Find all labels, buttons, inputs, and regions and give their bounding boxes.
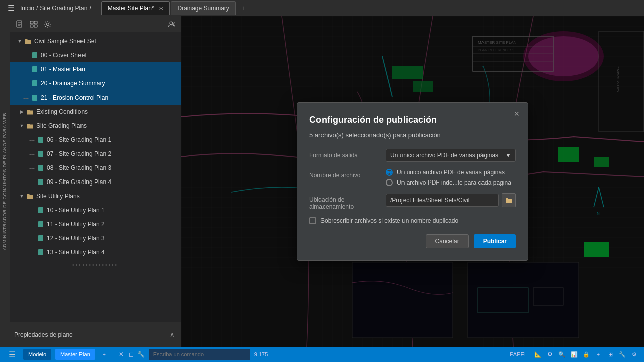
svg-rect-18 [38,207,43,213]
statusbar-menu-button[interactable]: ☰ [5,347,19,361]
modal-close-button[interactable]: ✕ [512,109,522,119]
breadcrumb-home[interactable]: Inicio [20,5,34,12]
svg-rect-7 [34,25,37,27]
modal-path-row: /Project Files/Sheet Sets/Civil [386,193,516,207]
statusbar-icon2[interactable]: ⚙ [545,350,554,359]
cover-sheet-icon [31,51,39,59]
statusbar-control1[interactable]: ✕ [117,350,125,358]
root-arrow-icon: ▼ [16,38,23,45]
modal-path-input[interactable]: /Project Files/Sheet Sets/Civil [386,194,499,207]
modal-radio-per-page[interactable]: Un archivo PDF inde...te para cada págin… [386,179,516,186]
svg-point-8 [47,23,49,25]
menu-button[interactable]: ☰ [4,1,18,15]
statusbar-icon5[interactable]: 🔒 [582,350,591,359]
modal-overwrite-label: Sobrescribir archivos si existe un nombr… [320,217,458,224]
grading-plan1-icon [37,136,45,144]
tree-item-existing-conditions[interactable]: ▶ Existing Conditions [10,105,181,119]
statusbar-tab-master-plan[interactable]: Master Plan [55,349,95,360]
modal-radio-single-pdf[interactable]: Un único archivo PDF de varias páginas [386,169,516,176]
modal-storage-location-field: Ubicación de almacenamiento /Project Fil… [309,193,516,210]
breadcrumb-sep1: / [36,5,38,12]
radio-single-pdf-label: Un único archivo PDF de varias páginas [397,169,505,176]
statusbar-icon4[interactable]: 📊 [570,350,579,359]
modal-output-format-field: Formato de salida Un único archivo PDF d… [309,149,516,162]
statusbar-control2[interactable]: ◻ [127,350,135,358]
properties-collapse-button[interactable]: ∧ [168,330,177,339]
tree-drainage-summary-label: 20 - Drainage Summary [41,80,105,87]
modal-overwrite-row[interactable]: Sobrescribir archivos si existe un nombr… [309,217,516,224]
tree-grading-plan4-label: 09 - Site Grading Plan 4 [47,178,111,186]
tab-drainage[interactable]: Drainage Summary [171,1,235,15]
statusbar-icon6[interactable]: + [594,350,603,359]
tree-item-master-plan[interactable]: --- 01 - Master Plan [10,62,181,76]
statusbar-icon8[interactable]: 🔧 [618,350,627,359]
tree-item-grading-plan-2[interactable]: --- 07 - Site Grading Plan 2 [10,147,181,161]
panel-icons [14,19,53,30]
pagination-dots: •••••••••••••• [10,259,181,271]
tree-dots4: --- [29,137,35,143]
statusbar-tab-add-button[interactable]: + [99,349,109,359]
modal-browse-button[interactable] [502,193,516,207]
tree-item-grading-plan-4[interactable]: --- 09 - Site Grading Plan 4 [10,175,181,189]
left-panel: ADMINISTRADOR DE CONJUNTOS DE PLANOS PAR… [0,16,181,347]
properties-title: Propiedades de plano [14,331,73,338]
publish-button[interactable]: Publicar [474,234,516,248]
statusbar-tab-modelo[interactable]: Modelo [23,349,51,360]
modal-radio-group: Un único archivo PDF de varias páginas U… [386,169,516,186]
tree-item-utility-plan-2[interactable]: --- 11 - Site Utility Plan 2 [10,217,181,231]
grading-plan3-icon [37,164,45,172]
tree-item-utility-plan-4[interactable]: --- 13 - Site Utility Plan 4 [10,245,181,259]
sheet-set-tree: ▼ Civil Sample Sheet Set --- 00 - Cover [10,32,181,322]
modal-buttons: Cancelar Publicar [309,234,516,248]
tree-root-civil[interactable]: ▼ Civil Sample Sheet Set [10,34,181,48]
statusbar-control3[interactable]: 🔧 [137,350,145,358]
statusbar-icon3[interactable]: 🔍 [557,350,567,359]
svg-rect-12 [32,80,37,86]
status-papel-label: PAPEL [510,351,527,357]
panel-gear-icon[interactable] [42,19,53,30]
modal-output-format-label: Formato de salida [309,149,380,159]
tree-item-grading-plan-3[interactable]: --- 08 - Site Grading Plan 3 [10,161,181,175]
tab-add-button[interactable]: + [237,2,249,14]
panel-sheets-icon[interactable] [14,19,25,30]
tab-master-site[interactable]: Master Site Plan* ✕ [101,1,170,15]
tree-item-cover-sheet[interactable]: --- 00 - Cover Sheet [10,48,181,62]
tree-dots7: --- [29,179,35,185]
svg-rect-11 [32,66,37,72]
panel-close-button[interactable]: ✕ [169,20,178,29]
tree-item-grading-plan-1[interactable]: --- 06 - Site Grading Plan 1 [10,133,181,147]
modal-subtitle: 5 archivo(s) seleccionado(s) para public… [309,131,516,139]
modal-overwrite-checkbox[interactable] [309,217,316,224]
tab-master-site-close[interactable]: ✕ [159,6,163,11]
cancel-button[interactable]: Cancelar [426,234,469,248]
tree-utility-plan4-label: 13 - Site Utility Plan 4 [47,249,105,256]
statusbar-icon1[interactable]: 📐 [533,350,542,359]
svg-rect-5 [34,21,37,24]
modal-output-format-dropdown[interactable]: Un único archivo PDF de varias páginas ▼ [386,149,516,162]
tree-dots: --- [23,66,29,72]
tree-erosion-control-label: 21 - Erosion Control Plan [41,94,108,101]
tree-item-site-grading-plans[interactable]: ▼ Site Grading Plans [10,119,181,133]
tree-item-erosion-control[interactable]: --- 21 - Erosion Control Plan [10,90,181,105]
tree-root-label: Civil Sample Sheet Set [34,38,96,45]
tree-item-utility-plan-1[interactable]: --- 10 - Site Utility Plan 1 [10,203,181,217]
panel-views-icon[interactable] [28,19,39,30]
utility-plan4-icon [37,248,45,256]
statusbar-icon9[interactable]: ⚙ [630,350,639,359]
command-input[interactable] [149,349,250,360]
svg-rect-19 [38,221,43,227]
svg-rect-21 [38,249,43,255]
tree-site-grading-plans-label: Site Grading Plans [36,122,87,129]
statusbar-icon7[interactable]: ⊞ [606,350,615,359]
tree-item-drainage-summary[interactable]: --- 20 - Drainage Summary [10,76,181,90]
grading-plan2-icon [37,150,45,158]
statusbar: ☰ Modelo Master Plan + ✕ ◻ 🔧 9,175 PAPEL… [0,347,644,362]
breadcrumb-site[interactable]: Site Grading Plan [40,5,87,12]
breadcrumb: Inicio / Site Grading Plan / [20,5,91,12]
tree-utility-plan1-label: 10 - Site Utility Plan 1 [47,207,105,214]
tree-grading-plan1-label: 06 - Site Grading Plan 1 [47,136,111,143]
tree-item-utility-plan-3[interactable]: --- 12 - Site Utility Plan 3 [10,231,181,245]
tree-item-site-utility-plans[interactable]: ▼ Site Utility Plans [10,189,181,203]
properties-panel: Propiedades de plano ∧ [0,322,181,347]
tree-utility-plan2-label: 11 - Site Utility Plan 2 [47,221,105,228]
